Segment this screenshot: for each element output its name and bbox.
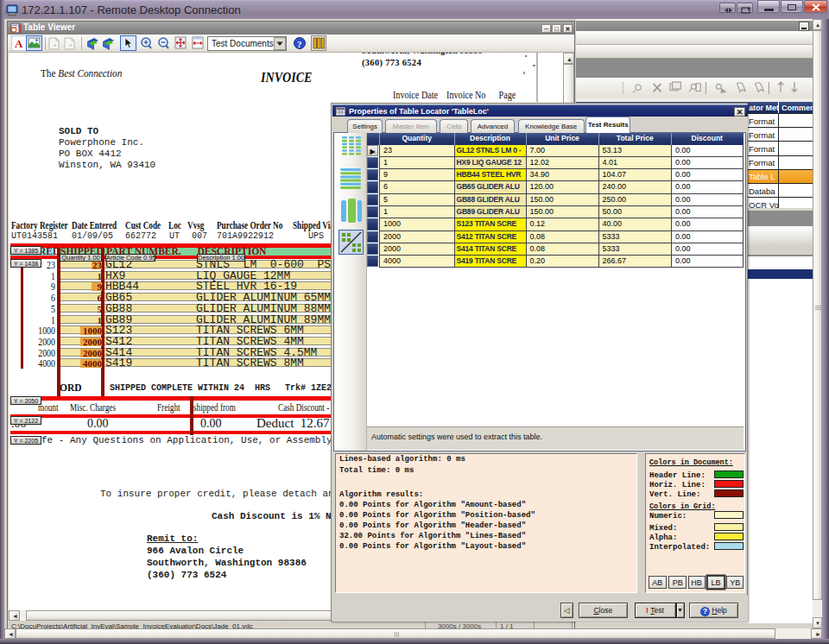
svg-text:?: ? [297,39,302,49]
svg-text:Test Documents: Test Documents [212,39,274,48]
svg-text:A: A [15,37,23,50]
